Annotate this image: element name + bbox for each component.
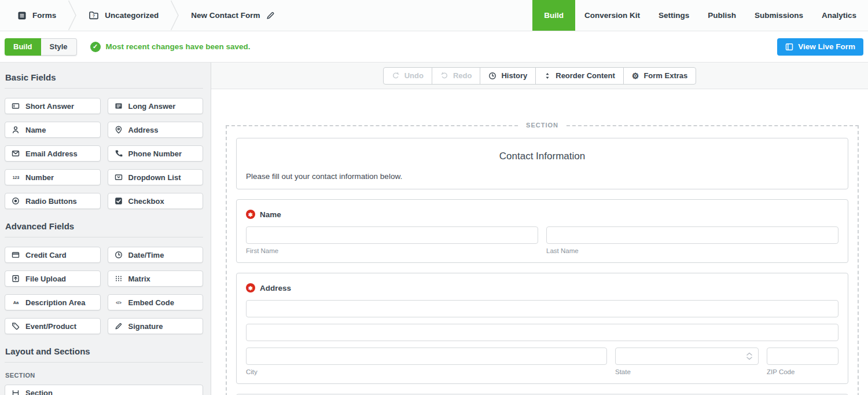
field-event-product[interactable]: Event/Product — [5, 318, 101, 334]
name-inputs-row: First Name Last Name — [246, 226, 838, 254]
form-section[interactable]: SECTION Contact Information Please fill … — [226, 125, 859, 395]
section-description: Please fill out your contact information… — [246, 172, 838, 181]
field-label: Section — [25, 389, 53, 395]
redo-button[interactable]: Redo — [432, 67, 481, 85]
zip-input[interactable] — [767, 348, 838, 365]
folder-question-icon: ? — [89, 10, 99, 20]
field-matrix[interactable]: Matrix — [108, 270, 204, 287]
field-short-answer[interactable]: Short Answer — [5, 98, 101, 114]
section-title: Contact Information — [246, 151, 838, 162]
field-long-answer[interactable]: Long Answer — [108, 98, 204, 114]
city-field: City — [246, 348, 607, 375]
field-dropdown-list[interactable]: Dropdown List — [108, 169, 204, 185]
fields-sidebar: Basic Fields Short Answer Long Answer Na… — [0, 63, 211, 395]
toolbar-button-group: Undo Redo History Reorder Content ⚙ Form… — [383, 67, 697, 85]
field-description-area[interactable]: Aa Description Area — [5, 294, 101, 310]
form-canvas: Undo Redo History Reorder Content ⚙ Form… — [211, 63, 868, 395]
field-label: File Upload — [25, 275, 66, 283]
field-email-address[interactable]: Email Address — [5, 145, 101, 162]
basic-fields-title: Basic Fields — [5, 72, 203, 82]
field-checkbox[interactable]: Checkbox — [108, 193, 204, 209]
divider — [5, 88, 203, 89]
long-answer-icon — [114, 102, 123, 110]
pencil-icon[interactable] — [266, 11, 275, 20]
main-nav-tabs: Build Conversion Kit Settings Publish Su… — [532, 0, 868, 31]
required-asterisk-icon: ✱ — [246, 210, 255, 219]
city-input[interactable] — [246, 348, 607, 365]
breadcrumb-chevron-icon — [170, 0, 179, 31]
tab-analytics[interactable]: Analytics — [812, 0, 866, 31]
last-name-input[interactable] — [546, 226, 838, 244]
undo-button[interactable]: Undo — [383, 67, 432, 85]
field-phone-number[interactable]: Phone Number — [108, 145, 204, 162]
radio-icon — [11, 197, 20, 205]
envelope-icon — [11, 149, 20, 158]
first-name-sublabel: First Name — [246, 247, 538, 254]
123-icon: 123 — [11, 173, 20, 181]
tab-settings[interactable]: Settings — [649, 0, 698, 31]
field-label: Dropdown List — [128, 173, 181, 182]
field-address[interactable]: Address — [108, 122, 204, 138]
breadcrumb-item-form-name: New Contact Form — [191, 11, 274, 20]
name-field-label-row: ✱ Name — [246, 210, 838, 219]
field-signature[interactable]: Signature — [108, 318, 204, 334]
checkbox-icon — [114, 197, 123, 205]
field-name[interactable]: Name — [5, 122, 101, 138]
field-label: Radio Buttons — [25, 197, 77, 206]
tab-build[interactable]: Build — [532, 0, 575, 31]
reorder-content-button[interactable]: Reorder Content — [535, 67, 624, 85]
breadcrumb-item-forms[interactable]: Forms — [17, 11, 56, 20]
advanced-fields-grid: Credit Card Date/Time File Upload Matrix… — [5, 247, 203, 334]
pen-icon — [114, 322, 123, 330]
toggle-style[interactable]: Style — [41, 38, 77, 56]
name-field-card[interactable]: ✱ Name First Name Last Name — [236, 199, 848, 263]
address-field-card[interactable]: ✱ Address City — [236, 273, 848, 384]
form-extras-button[interactable]: ⚙ Form Extras — [623, 67, 696, 85]
first-name-input[interactable] — [246, 226, 538, 244]
tab-publish[interactable]: Publish — [698, 0, 745, 31]
field-radio-buttons[interactable]: Radio Buttons — [5, 193, 101, 209]
field-number[interactable]: 123 Number — [5, 169, 101, 185]
address-line2-input[interactable] — [246, 324, 838, 341]
section-header-card[interactable]: Contact Information Please fill out your… — [236, 138, 848, 189]
address-field-label: Address — [260, 284, 291, 292]
person-icon — [11, 126, 20, 134]
tab-conversion-kit[interactable]: Conversion Kit — [575, 0, 649, 31]
view-live-form-button[interactable]: View Live Form — [777, 38, 863, 56]
state-select[interactable] — [615, 348, 759, 365]
field-date-time[interactable]: Date/Time — [108, 247, 204, 263]
build-style-toggle: Build Style — [5, 38, 77, 56]
breadcrumb-item-category[interactable]: ? Uncategorized — [89, 10, 159, 20]
city-sublabel: City — [246, 368, 607, 375]
field-credit-card[interactable]: Credit Card — [5, 247, 101, 263]
last-name-field: Last Name — [546, 226, 838, 254]
basic-fields-grid: Short Answer Long Answer Name Address Em… — [5, 98, 203, 209]
field-label: Email Address — [25, 149, 78, 158]
phone-icon — [114, 149, 123, 158]
field-label: Event/Product — [25, 322, 76, 331]
svg-text:</>: </> — [116, 301, 122, 305]
gear-icon: ⚙ — [632, 72, 639, 80]
last-name-sublabel: Last Name — [546, 247, 838, 254]
divider — [5, 362, 203, 363]
first-name-field: First Name — [246, 226, 538, 254]
save-status-text: Most recent changes have been saved. — [106, 42, 251, 51]
top-header: Forms ? Uncategorized New Contact Form B… — [0, 0, 868, 31]
redo-icon — [440, 72, 448, 79]
breadcrumb-label: Uncategorized — [105, 11, 159, 20]
field-section[interactable]: Section — [5, 385, 203, 395]
tag-icon — [11, 322, 20, 330]
history-button[interactable]: History — [480, 67, 536, 85]
live-form-window-icon — [785, 43, 793, 51]
zip-sublabel: ZIP Code — [767, 368, 838, 375]
toggle-build[interactable]: Build — [5, 38, 41, 56]
address-line1-input[interactable] — [246, 300, 838, 317]
credit-card-icon — [11, 251, 20, 259]
field-embed-code[interactable]: </> Embed Code — [108, 294, 204, 310]
breadcrumb-chevron-icon — [68, 0, 77, 31]
form-name-label: New Contact Form — [191, 11, 260, 20]
main-content: Basic Fields Short Answer Long Answer Na… — [0, 63, 868, 395]
tab-submissions[interactable]: Submissions — [745, 0, 812, 31]
clock-icon — [114, 251, 123, 259]
field-file-upload[interactable]: File Upload — [5, 270, 101, 287]
